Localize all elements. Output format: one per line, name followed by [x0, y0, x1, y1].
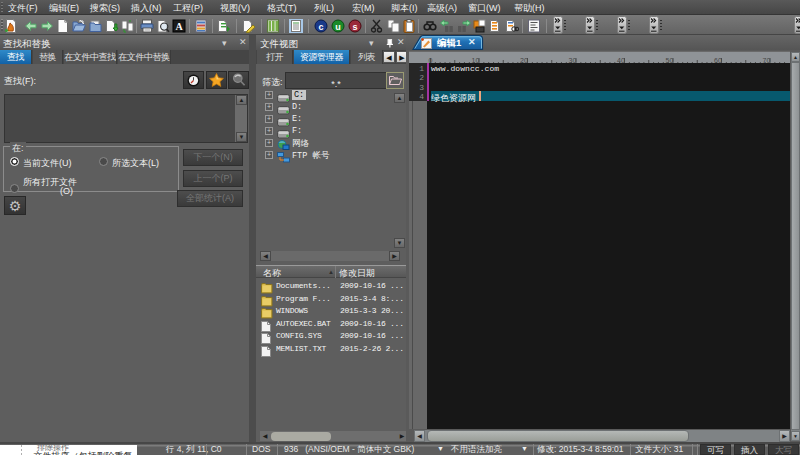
svg-text:u: u	[335, 22, 341, 32]
svg-text:s: s	[352, 22, 357, 32]
svg-text:A: A	[175, 21, 183, 32]
svg-text:c: c	[318, 22, 323, 32]
